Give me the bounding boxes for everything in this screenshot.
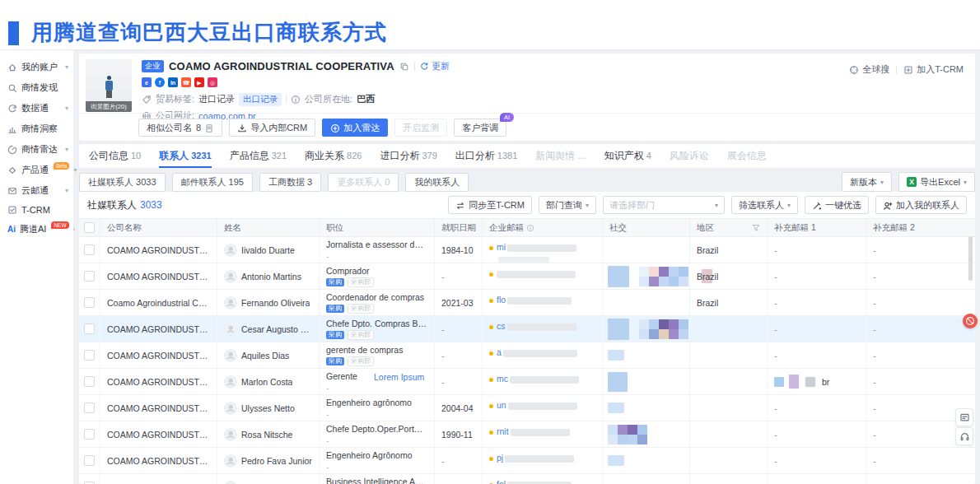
department-select[interactable]: 请选择部门▾ [603,196,725,214]
region: Brazil [697,245,718,255]
row-checkbox[interactable] [84,429,95,440]
column-header-0[interactable]: 公司名称 [100,219,217,236]
column-header-2[interactable]: 职位 [320,219,435,236]
chevron-down-icon: ▾ [787,202,791,209]
filter-chip-1[interactable]: 邮件联系人 195 [172,173,253,192]
table-row[interactable]: COAMO AGROINDUSTRIAL COOPERAT...Aquiles … [79,342,975,369]
tab-1[interactable]: 联系人3231 [159,144,211,168]
row-checkbox[interactable] [84,244,95,255]
sync-tcrm-button[interactable]: 同步至T-CRM [448,196,532,214]
sidebar-item-label: 商情雷达 [21,143,58,156]
export-excel-button[interactable]: X导出Excel▾ [898,172,975,192]
email-status-dot [489,351,493,356]
sidebar-item-2[interactable]: 数据通▾ [0,98,73,119]
youtube-icon[interactable]: ▶ [194,77,204,87]
tab-9[interactable]: 展会信息 [727,144,767,168]
column-header-7[interactable]: 补充邮箱 1 [768,219,866,236]
filter-chip-2[interactable]: 工商数据 3 [259,173,321,192]
tab-3[interactable]: 商业关系826 [305,144,362,168]
trade-tag-export[interactable]: 出口记录 [239,93,282,106]
row-checkbox[interactable] [84,403,95,413]
feedback-icon[interactable] [955,408,973,426]
sidebar-item-6[interactable]: 云邮通▾ [0,180,73,201]
company-name: COAMO AGROINDUSTRIAL COOPERATIVA [169,60,394,72]
row-checkbox[interactable] [84,323,95,334]
refresh-button[interactable]: 更新 [420,60,450,72]
sidebar-item-5[interactable]: 产品通Beta▾ [0,160,73,180]
avatar [224,323,237,336]
facebook-icon[interactable]: f [155,77,165,87]
one-click-optimize-button[interactable]: 一键优选 [805,196,869,214]
filter-chip-3[interactable]: 更多联系人 0 [328,173,399,192]
extra-email-1: - [774,351,777,361]
global-search-button[interactable]: 全球搜 [849,63,889,76]
join-radar-button[interactable]: 加入雷达 [322,119,388,137]
column-header-4[interactable]: 企业邮箱 [483,219,603,236]
tab-6[interactable]: 新闻舆情 ... [535,144,586,168]
similar-company-button[interactable]: 相似公司名8 [138,119,222,137]
filter-chip-0[interactable]: 社媒联系人 3033 [79,173,166,192]
ai-icon: Ai [7,225,16,234]
select-all-checkbox[interactable] [84,222,95,233]
filter-contacts-button[interactable]: 筛选联系人▾ [731,196,798,214]
row-checkbox[interactable] [84,297,95,308]
customer-background-check-button[interactable]: 客户背调AI [454,119,506,137]
sidebar-item-8[interactable]: Ai腾道AINEW› [0,219,73,240]
row-checkbox[interactable] [84,350,95,361]
tab-8[interactable]: 风险诉讼 [670,144,709,168]
instagram-icon[interactable]: ◎ [208,77,217,87]
table-row[interactable]: COAMO AGROINDUSTRIAL COOPERAT...Antonio … [79,263,975,290]
import-internal-crm-button[interactable]: 导入内部CRM [229,119,315,137]
department-query-button[interactable]: 部门查询▾ [539,196,596,214]
website-icon[interactable]: e [142,77,152,87]
filter-chip-4[interactable]: 我的联系人 [405,173,469,192]
add-tcrm-button[interactable]: 加入T-CRM [903,63,964,76]
row-checkbox[interactable] [84,455,95,466]
add-to-my-contacts-button[interactable]: 加入我的联系人 [875,196,967,214]
table-row[interactable]: COAMO AGROINDUSTRIAL COOPERAT...Cesar Au… [79,316,975,342]
table-row[interactable]: COAMO AGROINDUSTRIAL COOPERAT...Rosa Nit… [79,421,975,448]
table-row[interactable]: COAMO AGROINDUSTRIAL COOPERAT...Pedro Fa… [79,448,975,474]
block-icon[interactable] [963,314,978,328]
column-header-8[interactable]: 补充邮箱 2 [866,219,975,236]
customer-service-icon[interactable] [955,427,973,445]
tab-4[interactable]: 进口分析379 [380,144,436,168]
sidebar-item-7[interactable]: T-CRM [0,201,73,219]
table-row[interactable]: COAMO AGROINDUSTRIAL COOPERAT...Fagner G… [79,474,975,484]
sidebar-item-4[interactable]: 商情雷达▾ [0,139,73,160]
position: Jornalista e assessor de Comunicação [326,240,427,249]
row-checkbox[interactable] [84,271,95,282]
phone-icon[interactable]: ☎ [181,77,191,87]
tab-0[interactable]: 公司信息10 [89,144,141,168]
column-header-1[interactable]: 姓名 [217,219,320,236]
sidebar-item-3[interactable]: 商情洞察 [0,119,73,139]
linkedin-icon[interactable]: in [168,77,178,87]
row-checkbox[interactable] [84,376,95,387]
start-date: 2021-03 [441,298,474,308]
avatar [224,270,237,283]
version-dropdown[interactable]: 新版本▾ [842,172,892,192]
column-header-6[interactable]: 地区 [690,219,768,236]
start-date: 1990-11 [441,430,473,440]
table-row[interactable]: Coamo Agroindustrial CooperativaFernando… [79,290,975,316]
avatar [224,349,237,362]
censored-social-icons [608,319,688,340]
sidebar-item-0[interactable]: 我的账户▾ [0,57,73,77]
chevron-down-icon: ▾ [65,105,68,112]
start-monitoring-button[interactable]: 开启监测 [394,119,447,137]
tab-2[interactable]: 产品信息321 [230,144,287,168]
sidebar-item-1[interactable]: 商情发现 [0,77,73,98]
column-header-5[interactable]: 社交 [603,219,690,236]
chevron-down-icon: ▾ [65,146,68,153]
contact-name: Rosa Nitsche [241,430,292,440]
column-header-3[interactable]: 就职日期 [435,219,483,236]
company-photo[interactable]: 街景图片(20) [86,59,132,112]
filter-funnel-icon[interactable] [752,224,760,232]
table-row[interactable]: COAMO AGROINDUSTRIAL COOPERAT...Marlon C… [79,369,975,395]
table-row[interactable]: COAMO AGROINDUSTRIAL COOPERAT...Ulysses … [79,395,975,421]
tab-5[interactable]: 出口分析1381 [455,144,517,168]
copy-icon[interactable] [399,62,409,72]
tab-7[interactable]: 知识产权4 [604,144,651,168]
table-scrollbar[interactable] [968,236,973,281]
table-row[interactable]: COAMO AGROINDUSTRIAL COOPERAT...Iivaldo … [79,237,975,263]
